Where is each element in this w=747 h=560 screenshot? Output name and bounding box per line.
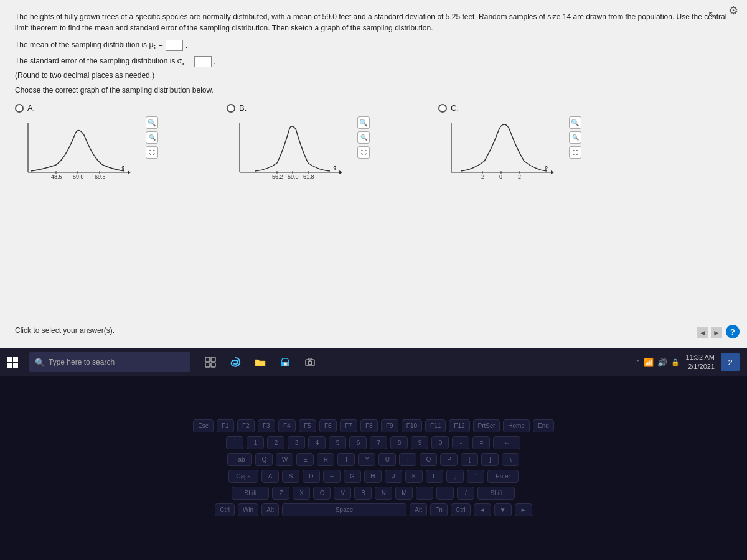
key-f4: F4 — [278, 419, 296, 432]
key-slash: / — [457, 487, 474, 500]
key-rctrl: Ctrl — [451, 503, 471, 516]
choose-label: Choose the correct graph of the sampling… — [15, 86, 214, 95]
mean-input[interactable] — [166, 40, 183, 51]
keyboard-row-1: Esc F1 F2 F3 F4 F5 F6 F7 F8 F9 F10 F11 F… — [193, 419, 554, 432]
key-f8: F8 — [360, 419, 378, 432]
key-4: 4 — [308, 436, 326, 449]
key-f3: F3 — [258, 419, 275, 432]
key-rbracket: ] — [481, 453, 499, 466]
key-lalt: Alt — [261, 503, 279, 516]
key-lctrl: Ctrl — [215, 503, 235, 516]
svg-text:📋: 📋 — [283, 362, 288, 366]
key-l: L — [426, 470, 443, 483]
key-f1: F1 — [217, 419, 234, 432]
help-button[interactable]: ? — [726, 325, 740, 338]
notification-button[interactable]: 2 — [721, 353, 740, 371]
option-c[interactable]: C. 🔍 🔍 ⛶ — [438, 103, 613, 197]
keyboard-area: Esc F1 F2 F3 F4 F5 F6 F7 F8 F9 F10 F11 F… — [0, 376, 747, 560]
key-b: B — [354, 487, 372, 500]
svg-rect-36 — [205, 363, 210, 367]
key-home: Home — [503, 419, 530, 432]
graphs-row: A. 🔍 🔍 ⛶ — [15, 103, 732, 197]
key-f6: F6 — [319, 419, 337, 432]
graph-c-zoom-icon[interactable]: 🔍 — [569, 116, 581, 129]
svg-text:61.8: 61.8 — [303, 174, 314, 180]
key-space: Space — [282, 503, 406, 516]
tray-volume-icon[interactable]: 🔊 — [657, 358, 667, 367]
svg-text:59.0: 59.0 — [288, 174, 299, 180]
key-q: Q — [255, 453, 273, 466]
option-c-label[interactable]: C. — [438, 103, 459, 113]
svg-text:x̄: x̄ — [545, 166, 548, 172]
option-b[interactable]: B. 🔍 🔍 ⛶ — [227, 103, 401, 197]
problem-text: The heights of fully grown trees of a sp… — [15, 11, 732, 34]
svg-text:x̄: x̄ — [333, 166, 337, 172]
taskbar-camera-icon[interactable] — [300, 352, 320, 372]
nav-back-arrow[interactable]: ◄ — [697, 327, 708, 338]
graph-b-container: 🔍 🔍 ⛶ 56.2 59.0 — [237, 116, 374, 197]
graph-a-expand-icon[interactable]: ⛶ — [146, 146, 158, 159]
option-b-label[interactable]: B. — [227, 103, 247, 113]
taskbar-start-button[interactable] — [0, 348, 25, 376]
svg-marker-22 — [551, 170, 554, 174]
taskbar-search-bar[interactable]: 🔍 Type here to search — [29, 352, 190, 372]
tray-lock-icon: 🔒 — [671, 358, 680, 366]
key-right: ► — [515, 503, 532, 516]
graph-c-container: 🔍 🔍 ⛶ -2 — [448, 116, 585, 197]
key-quote: ' — [467, 470, 484, 483]
keyboard-row-5: Shift Z X C V B N M , . / Shift — [193, 487, 554, 500]
radio-c[interactable] — [438, 104, 447, 113]
key-5: 5 — [329, 436, 346, 449]
key-comma: , — [416, 487, 433, 500]
svg-text:2: 2 — [518, 174, 521, 180]
graph-c-svg: -2 0 2 x̄ — [448, 116, 560, 185]
svg-text:0: 0 — [499, 174, 502, 180]
graph-a-zoom-icon[interactable]: 🔍 — [146, 116, 158, 129]
svg-marker-2 — [128, 170, 131, 174]
std-label: The standard error of the sampling distr… — [15, 57, 192, 67]
taskbar-search-icon: 🔍 — [35, 358, 45, 367]
svg-text:-2: -2 — [479, 174, 484, 180]
option-a-label[interactable]: A. — [15, 103, 35, 113]
svg-marker-12 — [339, 170, 342, 174]
key-fn: Fn — [430, 503, 448, 516]
key-f2: F2 — [237, 419, 255, 432]
keyboard-display: Esc F1 F2 F3 F4 F5 F6 F7 F8 F9 F10 F11 F… — [193, 419, 554, 516]
graph-c-zoom2-icon[interactable]: 🔍 — [569, 131, 581, 144]
graph-b-zoom-icon[interactable]: 🔍 — [357, 116, 370, 129]
graph-b-expand-icon[interactable]: ⛶ — [357, 146, 370, 159]
key-backslash: \ — [502, 453, 519, 466]
radio-b[interactable] — [227, 104, 235, 113]
key-left: ◄ — [474, 503, 491, 516]
option-a[interactable]: A. 🔍 🔍 ⛶ — [15, 103, 189, 197]
key-p: P — [440, 453, 458, 466]
key-rshift: Shift — [477, 487, 515, 500]
tray-caret-icon[interactable]: ^ — [637, 359, 640, 366]
time-display: 11:32 AM — [686, 353, 715, 362]
key-h: H — [364, 470, 382, 483]
svg-text:x̄: x̄ — [121, 166, 125, 172]
datetime-display[interactable]: 11:32 AM 2/1/2021 — [686, 353, 715, 372]
key-x: X — [293, 487, 310, 500]
graph-b-zoom2-icon[interactable]: 🔍 — [357, 131, 370, 144]
graph-c-expand-icon[interactable]: ⛶ — [569, 146, 581, 159]
graph-a-svg: 48.5 59.0 69.5 x̄ — [25, 116, 137, 185]
taskbar-widgets-icon[interactable] — [200, 352, 220, 372]
option-a-text: A. — [27, 103, 35, 113]
graph-a-zoom2-icon[interactable]: 🔍 — [146, 131, 158, 144]
key-8: 8 — [390, 436, 408, 449]
cursor-icon: ↖ — [708, 9, 716, 21]
gear-icon[interactable]: ⚙ — [728, 4, 738, 17]
svg-point-41 — [308, 361, 312, 365]
key-e: E — [296, 453, 314, 466]
taskbar-explorer-icon[interactable] — [250, 352, 270, 372]
key-c: C — [313, 487, 331, 500]
key-k: K — [405, 470, 423, 483]
radio-a[interactable] — [15, 104, 24, 113]
nav-forward-arrow[interactable]: ► — [711, 327, 722, 338]
nav-arrows: ◄ ► — [697, 327, 722, 338]
system-tray-icons: ^ 📶 🔊 🔒 — [637, 358, 680, 367]
taskbar-edge-icon[interactable] — [225, 352, 245, 372]
std-input[interactable] — [194, 56, 212, 67]
taskbar-store-icon[interactable]: 📋 — [275, 352, 295, 372]
